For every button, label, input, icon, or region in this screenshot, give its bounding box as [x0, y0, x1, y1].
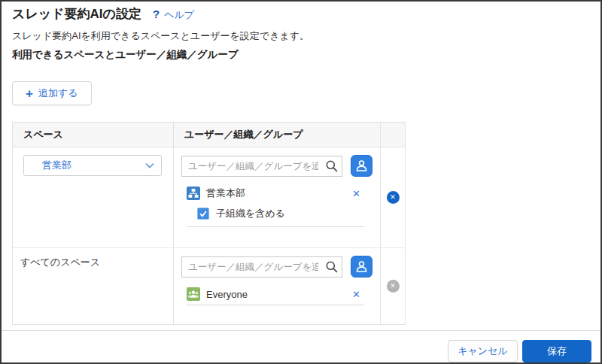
remove-row-button-disabled: ✕ [387, 280, 400, 293]
column-header-space: スペース [13, 123, 174, 147]
page-title: スレッド要約AIの設定 [12, 5, 141, 23]
column-header-actions [381, 123, 405, 147]
save-button[interactable]: 保存 [522, 340, 591, 362]
include-child-orgs-checkbox[interactable] [197, 208, 209, 220]
space-cell: 営業部 [13, 147, 174, 247]
thread-summary-ai-settings-page: スレッド要約AIの設定 ? ヘルプ スレッド要約AIを利用できるスペースとユーザ… [0, 0, 602, 364]
row-actions-cell: ✕ [381, 147, 405, 247]
space-dropdown-value: 営業部 [42, 159, 71, 172]
space-label: すべてのスペース [13, 248, 173, 269]
help-link[interactable]: ヘルプ [164, 8, 194, 22]
section-heading: 利用できるスペースとユーザー／組織／グループ [12, 48, 239, 62]
remove-member-icon[interactable]: ✕ [352, 289, 360, 300]
select-from-directory-button[interactable] [351, 155, 372, 177]
member-search-box [181, 156, 342, 177]
space-cell: すべてのスペース [13, 248, 174, 324]
column-header-members: ユーザー／組織／グループ [174, 123, 381, 147]
table-row: すべてのスペース [13, 248, 405, 324]
add-button[interactable]: + 追加する [12, 81, 92, 105]
plus-icon: + [26, 87, 33, 100]
row-actions-cell: ✕ [381, 248, 405, 324]
member-search-input[interactable] [182, 161, 321, 171]
page-description: スレッド要約AIを利用できるスペースとユーザーを設定できます。 [12, 29, 309, 43]
permission-table: スペース ユーザー／組織／グループ 営業部 [12, 122, 406, 325]
chevron-down-icon [145, 162, 154, 168]
table-header-row: スペース ユーザー／組織／グループ [13, 123, 405, 147]
space-dropdown[interactable]: 営業部 [23, 155, 162, 176]
remove-row-button[interactable]: ✕ [387, 191, 400, 204]
members-cell: 営業本部 ✕ 子組織を含める [174, 147, 381, 247]
remove-member-icon[interactable]: ✕ [352, 188, 360, 199]
everyone-icon [187, 287, 200, 301]
help-question-icon: ? [153, 8, 160, 20]
member-entry: Everyone ✕ [187, 287, 364, 305]
footer-divider [2, 330, 600, 331]
title-row: スレッド要約AIの設定 ? ヘルプ [12, 5, 194, 23]
members-cell: Everyone ✕ [174, 248, 381, 324]
checkbox-label: 子組織を含める [216, 207, 285, 220]
member-entry-label: 営業本部 [206, 187, 245, 200]
member-entry-label: Everyone [206, 289, 248, 300]
organization-icon [187, 187, 200, 200]
member-search-box [181, 256, 342, 278]
table-row: 営業部 [13, 147, 405, 248]
cancel-button[interactable]: キャンセル [448, 340, 518, 362]
search-icon[interactable] [321, 257, 342, 277]
member-entry: 営業本部 ✕ 子組織を含める [187, 187, 364, 227]
search-icon[interactable] [321, 156, 342, 176]
select-from-directory-button[interactable] [351, 256, 372, 278]
member-search-input[interactable] [182, 262, 321, 272]
